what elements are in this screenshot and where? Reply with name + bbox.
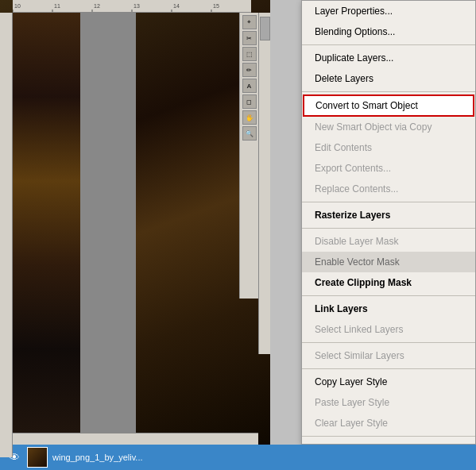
svg-text:10: 10 (14, 3, 21, 9)
menu-item-copy-layer-style[interactable]: Copy Layer Style (302, 372, 475, 392)
menu-item-replace-contents[interactable]: Replace Contents... (302, 179, 475, 199)
ruler-left (0, 13, 13, 457)
tool-btn-1[interactable]: ⌖ (242, 15, 257, 29)
svg-text:14: 14 (173, 3, 180, 9)
scroll-thumb-right[interactable] (260, 17, 270, 40)
svg-text:15: 15 (213, 3, 219, 9)
menu-divider-1 (302, 44, 475, 45)
menu-item-create-clipping-mask[interactable]: Create Clipping Mask (302, 272, 475, 293)
menu-divider-7 (302, 368, 475, 369)
menu-divider-2 (302, 91, 475, 92)
scroll-bar-right[interactable] (258, 13, 270, 354)
scroll-bar-bottom[interactable] (13, 433, 258, 445)
tool-panel: ⌖ ✂ ⬚ ✏ A ◻ 🖐 🔍 (239, 13, 258, 299)
menu-item-enable-vector-mask: Enable Vector Mask (302, 252, 475, 272)
tool-btn-3[interactable]: ⬚ (242, 47, 257, 61)
menu-divider-4 (302, 228, 475, 229)
menu-item-convert-to-smart-object[interactable]: Convert to Smart Object (303, 94, 474, 117)
tool-btn-2[interactable]: ✂ (242, 31, 257, 45)
menu-item-disable-layer-mask[interactable]: Disable Layer Mask (302, 231, 475, 252)
menu-item-delete-layers[interactable]: Delete Layers (302, 68, 475, 89)
svg-text:11: 11 (54, 3, 60, 9)
menu-divider-6 (302, 342, 475, 343)
tool-btn-5[interactable]: A (242, 79, 257, 93)
menu-item-select-similar-layers[interactable]: Select Similar Layers (302, 345, 475, 366)
menu-item-export-contents[interactable]: Export Contents... (302, 158, 475, 179)
menu-item-clear-layer-style[interactable]: Clear Layer Style (302, 413, 475, 433)
svg-text:13: 13 (134, 3, 140, 9)
menu-item-paste-layer-style[interactable]: Paste Layer Style (302, 392, 475, 413)
svg-text:12: 12 (94, 3, 100, 9)
menu-item-layer-properties[interactable]: Layer Properties... (302, 1, 475, 21)
menu-item-edit-contents[interactable]: Edit Contents (302, 137, 475, 158)
layer-name-label: wing_png_1_by_yeliv... (52, 453, 143, 462)
menu-item-select-linked-layers[interactable]: Select Linked Layers (302, 319, 475, 340)
menu-item-merge-layers[interactable]: Merge Layers (302, 439, 475, 445)
tool-btn-8[interactable]: 🔍 (242, 126, 257, 141)
layer-thumbnail (27, 447, 48, 468)
menu-item-link-layers[interactable]: Link Layers (302, 299, 475, 319)
context-menu: Layer Properties... Blending Options... … (301, 0, 476, 445)
tool-btn-6[interactable]: ◻ (242, 94, 257, 109)
menu-divider-8 (302, 436, 475, 437)
menu-item-duplicate-layers[interactable]: Duplicate Layers... (302, 48, 475, 68)
canvas-panel: 10 11 12 13 14 15 ⌖ ✂ ⬚ ✏ A ◻ 🖐 (0, 0, 270, 470)
menu-item-new-smart-object[interactable]: New Smart Object via Copy (302, 117, 475, 137)
menu-item-blending-options[interactable]: Blending Options... (302, 21, 475, 42)
menu-divider-3 (302, 202, 475, 202)
image-overlay (13, 13, 80, 433)
ruler-top: 10 11 12 13 14 15 (13, 0, 251, 13)
tool-btn-4[interactable]: ✏ (242, 63, 257, 77)
menu-divider-5 (302, 295, 475, 296)
menu-item-rasterize-layers[interactable]: Rasterize Layers (302, 205, 475, 225)
bottom-bar: 👁 wing_png_1_by_yeliv... (0, 445, 476, 470)
tool-btn-7[interactable]: 🖐 (242, 110, 257, 125)
